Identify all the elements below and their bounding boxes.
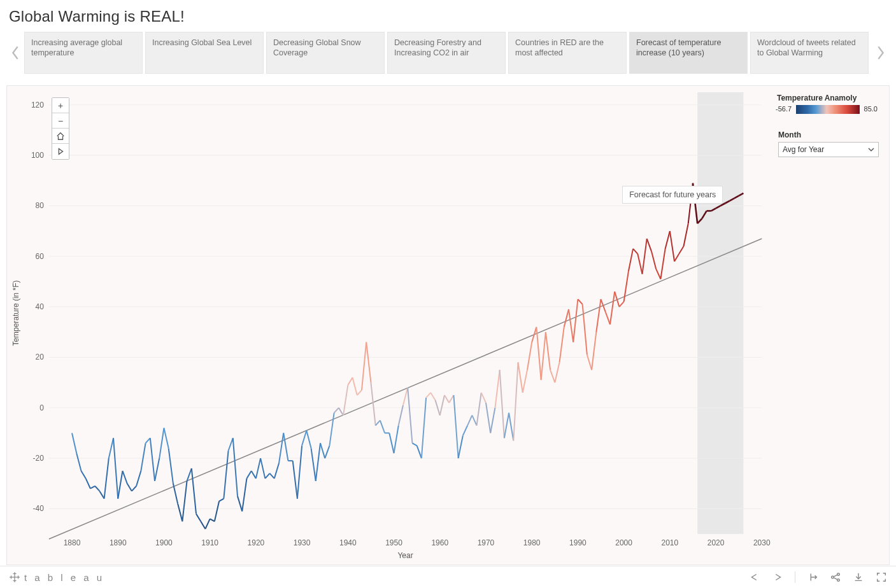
history-segment xyxy=(550,370,555,382)
history-segment xyxy=(178,504,182,522)
undo-icon[interactable] xyxy=(749,571,760,583)
history-segment xyxy=(527,342,532,370)
story-point[interactable]: Countries in RED are the most affected xyxy=(508,32,627,74)
legend-title: Temperature Anamoly xyxy=(777,94,879,102)
svg-text:Temperature (in *F): Temperature (in *F) xyxy=(11,281,20,346)
svg-text:100: 100 xyxy=(31,151,44,160)
forecast-band xyxy=(697,92,743,534)
history-segment xyxy=(674,254,679,262)
zoom-in-button[interactable]: + xyxy=(52,98,69,113)
history-segment xyxy=(394,426,399,454)
history-segment xyxy=(624,272,629,302)
footer-toolbar xyxy=(749,571,887,583)
svg-text:0: 0 xyxy=(39,403,44,412)
history-segment xyxy=(104,458,109,498)
svg-text:2000: 2000 xyxy=(615,538,632,547)
history-segment xyxy=(629,249,633,272)
zoom-home-button[interactable] xyxy=(52,129,69,144)
history-segment xyxy=(637,254,642,274)
history-segment xyxy=(224,451,228,498)
story-point[interactable]: Wordcloud of tweets related to Global Wa… xyxy=(750,32,869,74)
svg-text:1920: 1920 xyxy=(248,538,265,547)
svg-text:120: 120 xyxy=(31,101,44,109)
trend-line xyxy=(49,239,762,539)
history-segment xyxy=(362,342,366,390)
history-segment xyxy=(90,486,95,489)
chart-area[interactable]: -40-200204060801001201880189019001910192… xyxy=(6,85,890,565)
revert-icon[interactable] xyxy=(807,571,818,583)
svg-point-47 xyxy=(837,573,840,576)
history-segment xyxy=(329,413,334,446)
history-segment xyxy=(283,433,288,461)
history-segment xyxy=(219,499,224,501)
history-segment xyxy=(348,377,352,385)
history-segment xyxy=(573,299,578,342)
zoom-out-button[interactable]: − xyxy=(52,113,69,129)
history-segment xyxy=(633,249,637,254)
history-segment xyxy=(265,473,269,479)
history-segment xyxy=(357,390,362,395)
share-icon[interactable] xyxy=(830,571,841,583)
svg-text:1890: 1890 xyxy=(110,538,127,547)
story-point[interactable]: Decreasing Forestry and Increasing CO2 i… xyxy=(387,32,506,74)
svg-text:Year: Year xyxy=(397,551,413,560)
color-legend: Temperature Anamoly -56.7 85.0 xyxy=(777,94,879,114)
history-segment xyxy=(430,393,435,400)
tableau-logo[interactable]: t a b l e a u xyxy=(9,571,104,583)
history-segment xyxy=(555,362,559,382)
svg-text:40: 40 xyxy=(36,302,45,311)
history-segment xyxy=(481,393,486,403)
history-segment xyxy=(279,433,283,463)
history-segment xyxy=(205,519,210,529)
history-segment xyxy=(246,471,251,479)
zoom-play-button[interactable] xyxy=(52,144,69,159)
redo-icon[interactable] xyxy=(772,571,783,583)
history-segment xyxy=(229,438,233,451)
history-segment xyxy=(136,471,141,486)
svg-text:-20: -20 xyxy=(33,454,45,463)
history-segment xyxy=(518,362,523,393)
history-segment xyxy=(72,433,76,453)
story-prev-arrow[interactable] xyxy=(6,31,24,75)
history-segment xyxy=(578,299,582,304)
svg-text:1940: 1940 xyxy=(339,538,357,547)
history-segment xyxy=(76,453,81,471)
story-point[interactable]: Increasing Global Sea Level xyxy=(145,32,264,74)
svg-text:1900: 1900 xyxy=(155,538,173,547)
svg-text:60: 60 xyxy=(36,252,45,261)
history-segment xyxy=(610,291,615,325)
history-segment xyxy=(444,395,449,403)
story-next-arrow[interactable] xyxy=(872,31,890,75)
history-segment xyxy=(596,299,601,332)
fullscreen-icon[interactable] xyxy=(876,571,887,583)
svg-point-48 xyxy=(837,579,840,582)
svg-text:1950: 1950 xyxy=(385,538,402,547)
download-icon[interactable] xyxy=(853,571,864,583)
history-segment xyxy=(164,428,168,449)
history-segment xyxy=(109,438,113,458)
tableau-logo-icon xyxy=(9,571,20,583)
history-segment xyxy=(146,438,150,443)
svg-text:2010: 2010 xyxy=(662,538,679,547)
history-segment xyxy=(132,486,136,491)
history-segment xyxy=(486,403,490,433)
line-series xyxy=(72,183,743,529)
history-segment xyxy=(619,302,623,307)
month-dropdown[interactable]: Avg for Year xyxy=(778,142,879,157)
history-segment xyxy=(536,327,541,380)
history-segment xyxy=(316,443,320,480)
history-segment xyxy=(260,458,265,479)
history-segment xyxy=(325,445,329,458)
history-segment xyxy=(651,251,656,269)
story-point[interactable]: Forecast of temperature increase (10 yea… xyxy=(629,32,748,74)
svg-text:2030: 2030 xyxy=(753,538,771,547)
history-segment xyxy=(256,458,260,479)
chevron-down-icon xyxy=(868,146,874,153)
legend-min: -56.7 xyxy=(776,105,792,113)
svg-text:1960: 1960 xyxy=(431,538,448,547)
story-point[interactable]: Decreasing Global Snow Coverage xyxy=(266,32,385,74)
story-point[interactable]: Increasing average global temperature xyxy=(24,32,143,74)
history-segment xyxy=(366,342,371,382)
history-segment xyxy=(546,332,550,370)
history-segment xyxy=(684,223,688,246)
